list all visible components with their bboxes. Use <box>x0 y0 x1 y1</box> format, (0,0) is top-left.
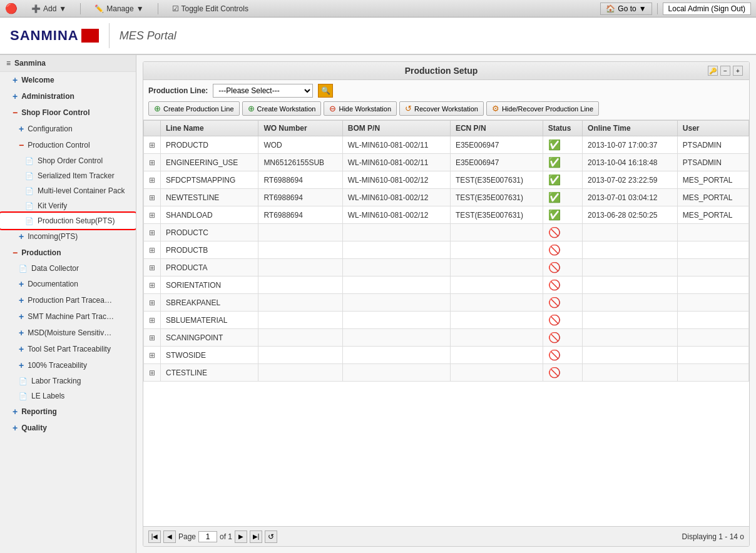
col-status[interactable]: Status <box>543 121 582 136</box>
table-row[interactable]: ⊞ SBREAKPANEL 🚫 <box>144 294 749 312</box>
table-row[interactable]: ⊞ ENGINEERING_USE MN65126155SUB WL-MIN61… <box>144 154 749 171</box>
sidebar-item-multilevel[interactable]: 📄 Multi-level Container Pack <box>0 183 136 198</box>
table-row[interactable]: ⊞ PRODUCTB 🚫 <box>144 241 749 259</box>
panel-maximize-button[interactable]: + <box>733 66 743 76</box>
sidebar-item-incoming[interactable]: + Incoming(PTS) <box>0 228 136 245</box>
panel-key-button[interactable]: 🔑 <box>708 66 718 76</box>
table-row[interactable]: ⊞ PRODUCTD WOD WL-MIN610-081-002/11 E35E… <box>144 136 749 154</box>
table-row[interactable]: ⊞ PRODUCTC 🚫 <box>144 224 749 241</box>
sidebar-item-prodparttraceability[interactable]: + Production Part Traceability <box>0 292 136 308</box>
production-line-select[interactable]: ---Please Select--- <box>213 84 313 98</box>
goto-label: Go to <box>618 4 636 13</box>
table-row[interactable]: ⊞ NEWTESTLINE RT6988694 WL-MIN610-081-00… <box>144 189 749 206</box>
expand-cell[interactable]: ⊞ <box>144 294 161 312</box>
sidebar-item-configuration[interactable]: + Configuration <box>0 121 136 137</box>
sidebar-item-shopfloor[interactable]: − Shop Floor Control <box>0 104 136 121</box>
create-production-line-button[interactable]: ⊕ Create Production Line <box>148 101 240 116</box>
panel-minimize-button[interactable]: − <box>720 66 730 76</box>
sidebar-item-lelabels[interactable]: 📄 LE Labels <box>0 388 136 403</box>
expand-cell[interactable]: ⊞ <box>144 259 161 276</box>
sidebar-item-label: Documentation <box>28 280 78 288</box>
folder-icon: 📄 <box>19 392 28 400</box>
sidebar-item-msd[interactable]: + MSD(Moisture Sensitive Devi <box>0 325 136 341</box>
sidebar-item-prodsetup[interactable]: 📄 Production Setup(PTS) <box>0 213 136 228</box>
settings-icon: ⚙ <box>492 104 499 113</box>
expand-cell[interactable]: ⊞ <box>144 206 161 224</box>
expand-cell[interactable]: ⊞ <box>144 312 161 329</box>
sidebar-item-labortracking[interactable]: 📄 Labor Tracking <box>0 373 136 388</box>
folder-icon: 📄 <box>25 217 34 225</box>
col-wo-number[interactable]: WO Number <box>258 121 342 136</box>
expand-cell[interactable]: ⊞ <box>144 364 161 382</box>
refresh-button[interactable]: ↺ <box>265 530 277 543</box>
sidebar-item-quality[interactable]: + Quality <box>0 420 136 436</box>
goto-button[interactable]: 🏠 Go to ▼ <box>600 3 651 15</box>
next-page-button[interactable]: ▶ <box>235 530 247 543</box>
table-row[interactable]: ⊞ CTESTLINE 🚫 <box>144 364 749 382</box>
expand-cell[interactable]: ⊞ <box>144 276 161 294</box>
col-bom-pn[interactable]: BOM P/N <box>342 121 450 136</box>
sidebar-item-administration[interactable]: + Administration <box>0 88 136 104</box>
hide-workstation-button[interactable]: ⊖ Hide Workstation <box>324 101 397 116</box>
table-row[interactable]: ⊞ PRODUCTA 🚫 <box>144 259 749 276</box>
table-row[interactable]: ⊞ SCANINGPOINT 🚫 <box>144 329 749 347</box>
hide-recover-prod-line-button[interactable]: ⚙ Hide/Recover Production Line <box>486 101 599 116</box>
production-line-search-button[interactable]: 🔍 <box>318 84 333 98</box>
expand-cell[interactable]: ⊞ <box>144 241 161 259</box>
sidebar-item-serialitem[interactable]: 📄 Serialized Item Tracker <box>0 168 136 183</box>
sidebar-item-datacollector[interactable]: 📄 Data Collector <box>0 261 136 276</box>
sidebar-item-smtmachine[interactable]: + SMT Machine Part Traceabi <box>0 308 136 325</box>
cell-user <box>677 312 748 329</box>
status-red-icon: 🚫 <box>548 350 561 360</box>
plus-icon: + <box>13 423 18 433</box>
sidebar-item-100traceability[interactable]: + 100% Traceability <box>0 357 136 373</box>
col-ecn-pn[interactable]: ECN P/N <box>450 121 543 136</box>
add-button[interactable]: ➕ Add ▼ <box>28 3 70 14</box>
table-row[interactable]: ⊞ SFDCPTSMAPPING RT6988694 WL-MIN610-081… <box>144 171 749 189</box>
expand-cell[interactable]: ⊞ <box>144 171 161 189</box>
expand-cell[interactable]: ⊞ <box>144 136 161 154</box>
hide-recover-prod-line-label: Hide/Recover Production Line <box>502 105 593 113</box>
page-input[interactable] <box>198 531 217 542</box>
cell-online-time: 2013-07-02 23:22:59 <box>583 171 678 189</box>
toggle-edit-button[interactable]: ☑ Toggle Edit Controls <box>168 3 252 14</box>
main-layout: ≡ Sanmina + Welcome + Administration − S… <box>0 55 756 553</box>
sidebar-item-label: Multi-level Container Pack <box>38 186 125 195</box>
sidebar-item-label: LE Labels <box>31 392 64 400</box>
table-row[interactable]: ⊞ STWOSIDE 🚫 <box>144 347 749 364</box>
table-row[interactable]: ⊞ SORIENTATION 🚫 <box>144 276 749 294</box>
expand-cell[interactable]: ⊞ <box>144 154 161 171</box>
sidebar-item-kitverify[interactable]: 📄 Kit Verify <box>0 198 136 213</box>
cell-line-name: SBREAKPANEL <box>161 294 258 312</box>
sidebar-item-toolset[interactable]: + Tool Set Part Traceability <box>0 341 136 357</box>
cell-online-time <box>583 224 678 241</box>
expand-cell[interactable]: ⊞ <box>144 329 161 347</box>
col-user[interactable]: User <box>677 121 748 136</box>
sidebar-item-shopordercontrol[interactable]: 📄 Shop Order Control <box>0 153 136 168</box>
table-row[interactable]: ⊞ SBLUEMATERIAL 🚫 <box>144 312 749 329</box>
sidebar-item-sanmina[interactable]: ≡ Sanmina <box>0 55 136 72</box>
sidebar-item-reporting[interactable]: + Reporting <box>0 403 136 420</box>
prev-page-button[interactable]: ◀ <box>163 530 176 543</box>
cell-ecn-pn: TEST(E35E007631) <box>450 206 543 224</box>
sidebar-item-documentation[interactable]: + Documentation <box>0 276 136 292</box>
cell-wo-number <box>258 347 342 364</box>
create-workstation-button[interactable]: ⊕ Create Workstation <box>242 101 322 116</box>
expand-cell[interactable]: ⊞ <box>144 224 161 241</box>
last-page-button[interactable]: ▶| <box>250 530 262 543</box>
col-line-name[interactable]: Line Name <box>161 121 258 136</box>
expand-cell[interactable]: ⊞ <box>144 347 161 364</box>
sidebar-item-welcome[interactable]: + Welcome <box>0 72 136 88</box>
first-page-button[interactable]: |◀ <box>148 530 161 543</box>
cell-wo-number <box>258 224 342 241</box>
expand-cell[interactable]: ⊞ <box>144 189 161 206</box>
create-workstation-label: Create Workstation <box>257 105 316 113</box>
plus-icon: + <box>19 295 24 305</box>
sidebar-item-prodcontrol[interactable]: − Production Control <box>0 137 136 153</box>
manage-button[interactable]: ✏️ Manage ▼ <box>91 3 147 14</box>
recover-workstation-button[interactable]: ↺ Recover Workstation <box>399 101 484 116</box>
col-online-time[interactable]: Online Time <box>583 121 678 136</box>
sidebar-item-production[interactable]: − Production <box>0 245 136 261</box>
table-row[interactable]: ⊞ SHANDLOAD RT6988694 WL-MIN610-081-002/… <box>144 206 749 224</box>
top-bar-right: 🏠 Go to ▼ Local Admin (Sign Out) <box>600 3 751 15</box>
